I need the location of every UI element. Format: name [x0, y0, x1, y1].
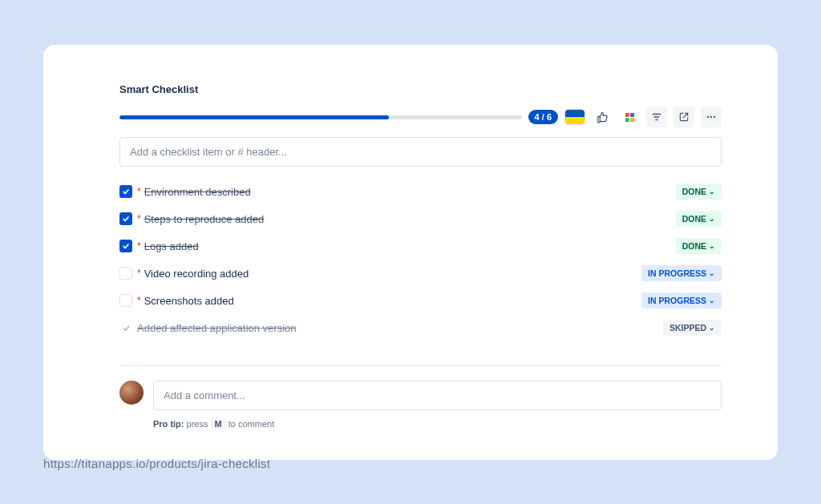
status-badge[interactable]: SKIPPED⌄ — [663, 320, 722, 336]
checklist-item[interactable]: * Screenshots added IN PROGRESS⌄ — [119, 287, 722, 314]
avatar[interactable] — [119, 381, 144, 405]
comment-input[interactable] — [153, 381, 722, 410]
svg-point-9 — [714, 116, 715, 118]
svg-point-7 — [707, 116, 709, 118]
checkbox-skipped-icon[interactable] — [119, 321, 132, 334]
svg-rect-1 — [630, 112, 634, 116]
status-badge[interactable]: IN PROGRESS⌄ — [641, 265, 722, 281]
checklist-item[interactable]: * Video recording added IN PROGRESS⌄ — [119, 260, 722, 287]
svg-rect-0 — [625, 112, 629, 116]
checklist-card: Smart Checklist 4 / 6 * Environme — [43, 45, 778, 460]
header-row: 4 / 6 — [119, 107, 722, 127]
chevron-down-icon: ⌄ — [709, 215, 715, 223]
chevron-down-icon: ⌄ — [709, 324, 715, 332]
progress-count-badge: 4 / 6 — [528, 110, 558, 124]
required-asterisk: * — [137, 213, 141, 224]
required-asterisk: * — [137, 295, 141, 306]
add-item-input[interactable] — [119, 137, 722, 167]
progress-fill — [119, 115, 389, 119]
source-url-text: https://titanapps.io/products/jira-check… — [43, 457, 270, 470]
keyboard-key: M — [211, 418, 226, 429]
svg-rect-3 — [630, 118, 634, 122]
filter-button[interactable] — [646, 107, 667, 127]
item-label: Video recording added — [144, 268, 641, 280]
more-menu-button[interactable] — [701, 107, 722, 127]
open-external-button[interactable] — [673, 107, 694, 127]
progress-bar — [119, 115, 522, 119]
status-badge[interactable]: IN PROGRESS⌄ — [641, 292, 722, 308]
svg-rect-2 — [625, 118, 629, 122]
chevron-down-icon: ⌄ — [709, 269, 715, 277]
divider — [119, 365, 722, 366]
item-label: Environment described — [144, 186, 676, 198]
ukraine-flag-icon[interactable] — [564, 109, 585, 125]
status-badge[interactable]: DONE⌄ — [676, 211, 722, 227]
apps-icon-button[interactable] — [619, 107, 640, 127]
chevron-down-icon: ⌄ — [709, 296, 715, 304]
checkbox-unchecked-icon[interactable] — [119, 294, 132, 307]
checkbox-checked-icon[interactable] — [119, 185, 132, 198]
status-badge[interactable]: DONE⌄ — [676, 238, 722, 254]
panel-title: Smart Checklist — [119, 83, 722, 95]
svg-point-8 — [710, 116, 712, 118]
checklist-item[interactable]: * Environment described DONE⌄ — [119, 178, 722, 205]
checkbox-checked-icon[interactable] — [119, 240, 132, 252]
required-asterisk: * — [137, 240, 141, 252]
item-label: Steps to reproduce added — [144, 213, 676, 225]
item-label: Screenshots added — [144, 295, 641, 307]
required-asterisk: * — [137, 268, 141, 279]
checkbox-unchecked-icon[interactable] — [119, 267, 132, 280]
checklist-items: * Environment described DONE⌄ * Steps to… — [119, 178, 722, 341]
chevron-down-icon: ⌄ — [709, 187, 715, 196]
item-label: Added affected application version — [137, 322, 663, 334]
thumbs-up-button[interactable] — [592, 107, 613, 127]
checkbox-checked-icon[interactable] — [119, 212, 132, 225]
status-badge[interactable]: DONE⌄ — [676, 183, 722, 200]
pro-tip-text: Pro tip: press M to comment — [153, 418, 722, 429]
checklist-item[interactable]: * Steps to reproduce added DONE⌄ — [119, 205, 722, 232]
item-label: Logs added — [144, 240, 676, 252]
checklist-item[interactable]: * Logs added DONE⌄ — [119, 232, 722, 260]
comment-section: Pro tip: press M to comment — [119, 381, 722, 429]
chevron-down-icon: ⌄ — [709, 242, 715, 250]
required-asterisk: * — [137, 186, 141, 197]
checklist-item[interactable]: Added affected application version SKIPP… — [119, 314, 722, 341]
